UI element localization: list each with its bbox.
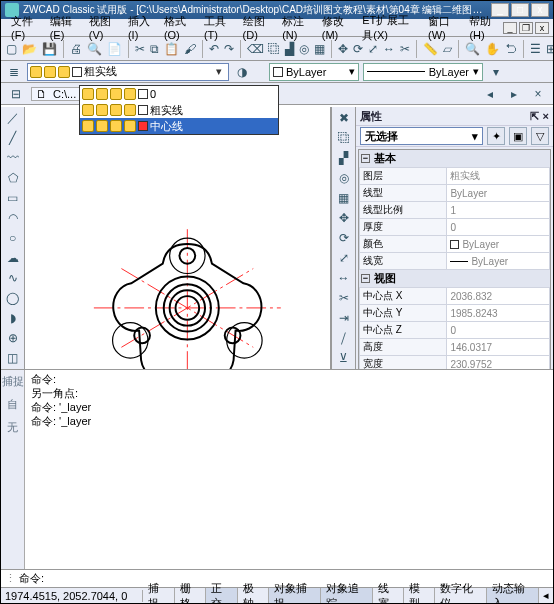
- chevron-down-icon[interactable]: ▾: [212, 65, 226, 78]
- cut-icon[interactable]: ✂: [134, 40, 146, 58]
- property-row[interactable]: 中心点 Y1985.8243: [360, 305, 550, 322]
- selection-combo[interactable]: 无选择 ▾: [360, 127, 483, 145]
- tab-close-icon[interactable]: ×: [529, 85, 547, 103]
- mdi-close-button[interactable]: x: [535, 22, 549, 34]
- layerprops-icon[interactable]: ≣: [5, 63, 23, 81]
- polygon-icon[interactable]: ⬠: [4, 169, 22, 187]
- tree-icon[interactable]: ⊟: [7, 85, 25, 103]
- close-icon[interactable]: ×: [543, 110, 549, 122]
- arc-icon[interactable]: ◠: [4, 209, 22, 227]
- quickselect-button[interactable]: ✦: [487, 127, 505, 145]
- trim2-icon[interactable]: ✂: [335, 289, 353, 307]
- collapse-icon[interactable]: −: [361, 154, 370, 163]
- insert-icon[interactable]: ⊕: [4, 329, 22, 347]
- document-tab[interactable]: 🗋 C:\...: [31, 87, 81, 101]
- break-icon[interactable]: ⧸: [335, 329, 353, 347]
- rotate2-icon[interactable]: ⟳: [335, 229, 353, 247]
- open-icon[interactable]: 📂: [21, 40, 38, 58]
- stretch-icon[interactable]: ↔: [382, 40, 396, 58]
- menu-item[interactable]: 格式(O): [158, 14, 198, 41]
- property-value[interactable]: 0: [447, 322, 550, 339]
- mirror-icon[interactable]: ▟: [284, 40, 295, 58]
- match-icon[interactable]: 🖌: [183, 40, 197, 58]
- offset2-icon[interactable]: ◎: [335, 169, 353, 187]
- move-icon[interactable]: ✥: [337, 40, 349, 58]
- property-category[interactable]: −视图: [359, 270, 550, 287]
- extend-icon[interactable]: ⇥: [335, 309, 353, 327]
- rotate-icon[interactable]: ⟳: [352, 40, 364, 58]
- designcenter-icon[interactable]: ⊞: [545, 40, 554, 58]
- new-icon[interactable]: ▢: [5, 40, 18, 58]
- save-icon[interactable]: 💾: [41, 40, 58, 58]
- property-category[interactable]: −基本: [359, 150, 550, 167]
- revcloud-icon[interactable]: ☁: [4, 249, 22, 267]
- rectangle-icon[interactable]: ▭: [4, 189, 22, 207]
- status-toggle[interactable]: 栅格: [175, 588, 206, 603]
- xline-icon[interactable]: ╱: [4, 129, 22, 147]
- print-icon[interactable]: 🖨: [69, 40, 83, 58]
- linetype-combo[interactable]: ByLayer ▾: [363, 63, 483, 81]
- status-toggle[interactable]: 极轴: [238, 588, 269, 603]
- join-icon[interactable]: ⊻: [335, 349, 353, 367]
- menu-item[interactable]: 修改(M): [316, 14, 356, 41]
- ellipsearc-icon[interactable]: ◗: [4, 309, 22, 327]
- circle-icon[interactable]: ○: [4, 229, 22, 247]
- zoomprev-icon[interactable]: ⮌: [504, 40, 518, 58]
- stretch2-icon[interactable]: ↔: [335, 269, 353, 287]
- lineweight-combo[interactable]: ▾: [487, 63, 505, 81]
- status-coordinates[interactable]: 1974.4515, 2052.7044, 0: [1, 590, 143, 602]
- menu-item[interactable]: 视图(V): [83, 14, 122, 41]
- pin-icon[interactable]: ⇱: [530, 110, 539, 123]
- property-value[interactable]: 1985.8243: [447, 305, 550, 322]
- copy-icon[interactable]: ⧉: [149, 40, 160, 58]
- scale2-icon[interactable]: ⤢: [335, 249, 353, 267]
- array-icon[interactable]: ▦: [313, 40, 326, 58]
- zoom-icon[interactable]: 🔍: [464, 40, 481, 58]
- layer-dropdown-list[interactable]: 0 粗实线 中心线: [79, 85, 279, 135]
- paste-icon[interactable]: 📋: [163, 40, 180, 58]
- status-toggle[interactable]: 动态输入: [487, 588, 539, 603]
- mirror2-icon[interactable]: ▞: [335, 149, 353, 167]
- property-value[interactable]: ByLayer: [447, 253, 550, 270]
- chevron-down-icon[interactable]: ▾: [473, 65, 479, 78]
- property-value[interactable]: 146.0317: [447, 339, 550, 356]
- collapse-icon[interactable]: −: [361, 274, 370, 283]
- property-row[interactable]: 线型比例1: [360, 202, 550, 219]
- menu-item[interactable]: 绘图(D): [237, 14, 277, 41]
- layer-dropdown-item[interactable]: 粗实线: [80, 102, 278, 118]
- property-value[interactable]: 1: [447, 202, 550, 219]
- menu-item[interactable]: 文件(F): [5, 14, 44, 41]
- publish-icon[interactable]: 📄: [106, 40, 123, 58]
- property-row[interactable]: 高度146.0317: [360, 339, 550, 356]
- pline-icon[interactable]: 〰: [4, 149, 22, 167]
- layer-dropdown-item[interactable]: 中心线: [80, 118, 278, 134]
- status-toggle[interactable]: 捕捉: [143, 588, 174, 603]
- status-tray-icon[interactable]: ◂: [539, 589, 553, 602]
- menu-item[interactable]: 工具(T): [198, 14, 237, 41]
- dist-icon[interactable]: 📏: [422, 40, 439, 58]
- property-row[interactable]: 线宽ByLayer: [360, 253, 550, 270]
- filter-button[interactable]: ▽: [531, 127, 549, 145]
- array2-icon[interactable]: ▦: [335, 189, 353, 207]
- area-icon[interactable]: ▱: [442, 40, 453, 58]
- menu-item[interactable]: 插入(I): [122, 14, 158, 41]
- line-icon[interactable]: ／: [4, 109, 22, 127]
- chevron-down-icon[interactable]: ▾: [472, 130, 478, 143]
- menu-item[interactable]: 标注(N): [276, 14, 316, 41]
- preview-icon[interactable]: 🔍: [86, 40, 103, 58]
- layer-combo[interactable]: 粗实线 ▾: [27, 63, 229, 81]
- move2-icon[interactable]: ✥: [335, 209, 353, 227]
- close-button[interactable]: x: [531, 3, 549, 17]
- maximize-button[interactable]: □: [511, 3, 529, 17]
- block-icon[interactable]: ◫: [4, 349, 22, 367]
- erase-icon[interactable]: ⌫: [246, 40, 264, 58]
- copyobj-icon[interactable]: ⿻: [267, 40, 281, 58]
- color-combo[interactable]: ByLayer ▾: [269, 63, 359, 81]
- undo-icon[interactable]: ↶: [208, 40, 220, 58]
- property-value[interactable]: 粗实线: [447, 168, 550, 185]
- menu-item[interactable]: 窗口(W): [422, 14, 463, 41]
- property-row[interactable]: 颜色ByLayer: [360, 236, 550, 253]
- scale-icon[interactable]: ⤢: [367, 40, 379, 58]
- ellipse-icon[interactable]: ◯: [4, 289, 22, 307]
- tab-scroll-right-icon[interactable]: ▸: [505, 85, 523, 103]
